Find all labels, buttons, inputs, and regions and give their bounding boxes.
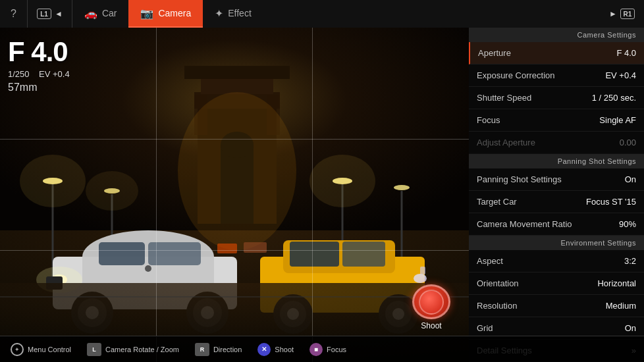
aspect-row[interactable]: Aspect 3:2 [469, 250, 644, 272]
direction-control: R Direction [195, 343, 242, 356]
aperture-display: F 4.0 [8, 36, 70, 68]
cross-button-icon: ✕ [257, 343, 271, 356]
shutter-speed-value: 1 / 250 sec. [592, 93, 636, 103]
svg-rect-43 [342, 242, 385, 267]
aspect-value: 3:2 [624, 256, 636, 266]
svg-point-20 [309, 155, 375, 207]
camera-settings-header: Camera Settings [469, 28, 644, 42]
l1-arrow: ◄ [55, 9, 63, 18]
grid-value: On [625, 323, 636, 333]
svg-rect-42 [290, 242, 339, 267]
tab-camera-label: Camera [158, 8, 191, 18]
svg-point-11 [178, 92, 296, 250]
l1-indicator: L1 ◄ [28, 0, 72, 28]
shutter-speed-row[interactable]: Shutter Speed 1 / 250 sec. [469, 87, 644, 109]
shutter-speed-display: 1/250 [8, 69, 30, 79]
tab-camera[interactable]: 📷 Camera [128, 0, 203, 28]
focal-length-display: 57mm [8, 82, 70, 93]
resolution-row[interactable]: Resolution Medium [469, 295, 644, 317]
panning-settings-header: Panning Shot Settings [469, 154, 644, 168]
exposure-correction-row[interactable]: Exposure Correction EV +0.4 [469, 65, 644, 87]
direction-label: Direction [213, 346, 242, 353]
focus-value: Single AF [599, 115, 636, 125]
tab-car-label: Car [102, 8, 117, 18]
svg-point-50 [414, 274, 427, 283]
aspect-label: Aspect [477, 256, 503, 266]
r1-indicator: ► R1 [600, 0, 644, 28]
panning-shot-row[interactable]: Panning Shot Settings On [469, 168, 644, 191]
resolution-value: Medium [606, 301, 636, 311]
camera-rotate-label: Camera Rotate / Zoom [105, 346, 179, 353]
focus-control: ■ Focus [309, 343, 346, 356]
orientation-value: Horizontal [597, 278, 636, 288]
panning-shot-value: On [625, 174, 636, 184]
ev-display: EV +0.4 [39, 69, 70, 79]
camera-movement-row[interactable]: Camera Movement Ratio 90% [469, 213, 644, 236]
viewport: F 4.0 1/250 EV +0.4 57mm Shoot [0, 0, 469, 362]
grid-label: Grid [477, 323, 493, 333]
svg-point-14 [20, 155, 86, 207]
photo-background [0, 0, 469, 362]
help-icon: ? [11, 8, 16, 20]
target-car-row[interactable]: Target Car Focus ST '15 [469, 191, 644, 213]
svg-rect-28 [99, 242, 145, 265]
focus-row[interactable]: Focus Single AF [469, 109, 644, 132]
l-button-icon: L [87, 343, 101, 356]
exposure-correction-value: EV +0.4 [605, 70, 636, 80]
shutter-speed-label: Shutter Speed [477, 93, 531, 103]
square-button-icon: ■ [309, 343, 323, 356]
svg-rect-8 [184, 66, 290, 79]
tab-effect[interactable]: ✦ Effect [203, 0, 263, 28]
r1-arrow: ► [609, 9, 617, 18]
svg-rect-23 [217, 244, 237, 253]
aperture-row[interactable]: Aperture F 4.0 [469, 42, 644, 65]
aperture-value: F 4.0 [616, 48, 636, 58]
shoot-button[interactable] [412, 284, 450, 319]
effect-icon: ✦ [215, 7, 223, 20]
svg-rect-24 [244, 242, 267, 253]
target-car-label: Target Car [477, 197, 517, 207]
aperture-label: Aperture [478, 48, 511, 58]
shoot-button-area[interactable]: Shoot [408, 284, 454, 330]
menu-control: ✦ Menu Control [11, 343, 71, 356]
panning-shot-label: Panning Shot Settings [477, 174, 562, 184]
camera-movement-label: Camera Movement Ratio [477, 219, 572, 229]
adjust-aperture-row: Adjust Aperture 0.00 [469, 132, 644, 154]
tab-car[interactable]: 🚗 Car [72, 0, 129, 28]
adjust-aperture-value: 0.00 [620, 138, 636, 147]
shoot-control: ✕ Shoot [257, 343, 294, 356]
focus-label: Focus [477, 115, 500, 125]
environment-settings-header: Environment Settings [469, 236, 644, 250]
shoot-button-inner [419, 290, 444, 315]
shoot-control-label: Shoot [275, 346, 294, 353]
camera-icon: 📷 [140, 7, 153, 20]
exposure-display: 1/250 EV +0.4 [8, 69, 70, 79]
focus-control-label: Focus [327, 346, 346, 353]
orientation-row[interactable]: Orientation Horizontal [469, 272, 644, 295]
svg-rect-53 [0, 296, 469, 297]
camera-movement-value: 90% [619, 219, 636, 229]
svg-point-17 [86, 171, 138, 211]
svg-rect-29 [148, 242, 201, 265]
svg-point-39 [145, 265, 151, 272]
svg-rect-51 [420, 267, 425, 274]
car-icon: 🚗 [84, 7, 97, 20]
topbar: ? L1 ◄ 🚗 Car 📷 Camera ✦ Effect ► R1 [0, 0, 644, 28]
scene-svg [0, 0, 469, 362]
resolution-label: Resolution [477, 301, 517, 311]
svg-point-22 [394, 185, 410, 190]
orientation-label: Orientation [477, 278, 519, 288]
exposure-correction-label: Exposure Correction [477, 70, 555, 80]
camera-info-overlay: F 4.0 1/250 EV +0.4 57mm [8, 36, 70, 93]
adjust-aperture-label: Adjust Aperture [477, 138, 535, 147]
r-button-icon: R [195, 343, 209, 356]
joystick-icon: ✦ [11, 343, 24, 356]
tab-effect-label: Effect [228, 8, 252, 18]
r1-box: R1 [620, 9, 635, 19]
target-car-value: Focus ST '15 [586, 197, 636, 207]
camera-rotate-control: L Camera Rotate / Zoom [87, 343, 179, 356]
l1-box: L1 [37, 9, 51, 19]
shoot-label: Shoot [421, 321, 441, 330]
help-button[interactable]: ? [0, 0, 28, 28]
menu-control-label: Menu Control [28, 346, 71, 353]
